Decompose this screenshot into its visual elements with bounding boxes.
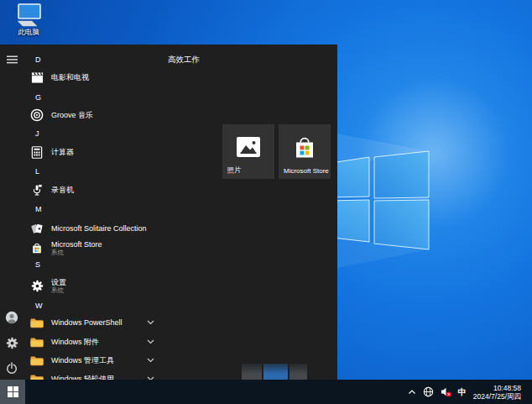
app-list-section-s[interactable]: S (23, 256, 175, 273)
folder-item-windows-powershell[interactable]: Windows PowerShell (23, 313, 163, 332)
ime-indicator[interactable]: 中 (458, 386, 467, 398)
hidden-icons-button[interactable] (408, 389, 416, 395)
section-letter: J (35, 129, 39, 138)
store-bag-icon (294, 136, 316, 160)
app-item-solitaire[interactable]: Microsoft Solitaire Collection (23, 219, 163, 238)
system-tray: 中 10:48:58 2024/7/25/周四 (408, 380, 521, 404)
network-button[interactable] (423, 386, 434, 397)
folder-item-label: Windows 管理工具 (51, 355, 114, 366)
app-item-settings[interactable]: 设置 系统 (23, 275, 163, 296)
desktop-icon-label: 此电脑 (7, 28, 50, 38)
start-menu-rail (0, 45, 23, 380)
groove-music-icon (30, 108, 44, 122)
app-list-section-d[interactable]: D (23, 51, 175, 68)
app-list-section-l[interactable]: L (23, 163, 175, 180)
start-button[interactable] (0, 380, 25, 404)
volume-button[interactable] (441, 386, 451, 397)
movies-tv-icon (30, 71, 44, 84)
app-item-movies-tv[interactable]: 电影和电视 (23, 68, 163, 87)
app-item-groove-music[interactable]: Groove 音乐 (23, 106, 163, 124)
hamburger-icon (7, 55, 18, 64)
speaker-muted-icon (441, 386, 451, 397)
store-bag-icon (30, 241, 44, 254)
settings-gear-icon (6, 337, 18, 349)
section-letter: D (35, 55, 41, 64)
clock-date: 2024/7/25/周四 (473, 392, 521, 401)
app-list-section-m[interactable]: M (23, 201, 175, 218)
partial-tile[interactable] (242, 364, 262, 380)
taskbar: 中 10:48:58 2024/7/25/周四 (0, 380, 532, 404)
desktop-icon-this-pc[interactable]: 此电脑 (7, 3, 50, 38)
network-globe-icon (423, 386, 434, 397)
clock[interactable]: 10:48:58 2024/7/25/周四 (473, 384, 521, 401)
chevron-up-icon (408, 389, 416, 395)
app-item-calculator[interactable]: 计算器 (23, 143, 163, 161)
folder-item-windows-admin-tools[interactable]: Windows 管理工具 (23, 351, 163, 370)
tile-microsoft-store[interactable]: Microsoft Store (279, 124, 331, 179)
app-item-label: Groove 音乐 (51, 110, 93, 121)
section-letter: G (35, 93, 41, 102)
power-icon (5, 361, 18, 375)
app-item-sublabel: 系统 (51, 286, 66, 294)
app-list-section-g[interactable]: G (23, 89, 175, 106)
clock-time: 10:48:58 (493, 384, 521, 392)
calculator-icon (30, 145, 44, 159)
folder-item-label: Windows 附件 (51, 337, 99, 348)
user-account-button[interactable] (4, 310, 19, 325)
start-menu: D 电影和电视 G (0, 45, 337, 380)
app-item-label: Microsoft Store (51, 240, 102, 249)
chevron-down-icon[interactable] (147, 320, 154, 325)
power-button[interactable] (4, 360, 19, 375)
user-icon (5, 311, 18, 324)
folder-item-label: Windows PowerShell (51, 318, 123, 327)
windows-logo-icon (8, 386, 18, 397)
chevron-down-icon[interactable] (147, 358, 154, 363)
photos-icon (236, 136, 261, 158)
expand-menu-button[interactable] (4, 52, 19, 67)
section-letter: M (35, 205, 42, 213)
app-item-voice-recorder[interactable]: 录音机 (23, 181, 163, 199)
app-item-label: 录音机 (51, 185, 74, 196)
folder-item-windows-accessories[interactable]: Windows 附件 (23, 333, 163, 351)
voice-recorder-icon (30, 183, 44, 197)
partial-tile[interactable] (289, 364, 307, 380)
rail-settings-button[interactable] (4, 335, 19, 350)
folder-icon (30, 354, 44, 367)
app-item-sublabel: 系统 (51, 249, 102, 256)
app-list-section-w[interactable]: W (23, 297, 175, 314)
partial-tile[interactable] (263, 364, 288, 380)
tile-group-header[interactable]: 高效工作 (168, 55, 200, 66)
settings-gear-icon (30, 279, 44, 292)
folder-icon (30, 335, 44, 349)
section-letter: W (35, 302, 43, 310)
app-list-section-j[interactable]: J (23, 125, 175, 142)
app-item-label: 设置 (51, 278, 66, 286)
app-item-label: 计算器 (51, 147, 74, 158)
solitaire-icon (30, 222, 44, 235)
tile-label: Microsoft Store (284, 167, 329, 175)
chevron-down-icon[interactable] (147, 339, 154, 344)
tile-photos[interactable]: 照片 (222, 124, 274, 179)
section-letter: S (35, 260, 40, 269)
windows-desktop: 此电脑 (0, 0, 532, 404)
section-letter: L (35, 167, 39, 176)
app-item-label: 电影和电视 (51, 72, 89, 83)
app-item-label: Microsoft Solitaire Collection (51, 224, 147, 233)
this-pc-icon (14, 3, 43, 27)
folder-icon (30, 316, 44, 329)
tile-label: 照片 (227, 165, 241, 175)
